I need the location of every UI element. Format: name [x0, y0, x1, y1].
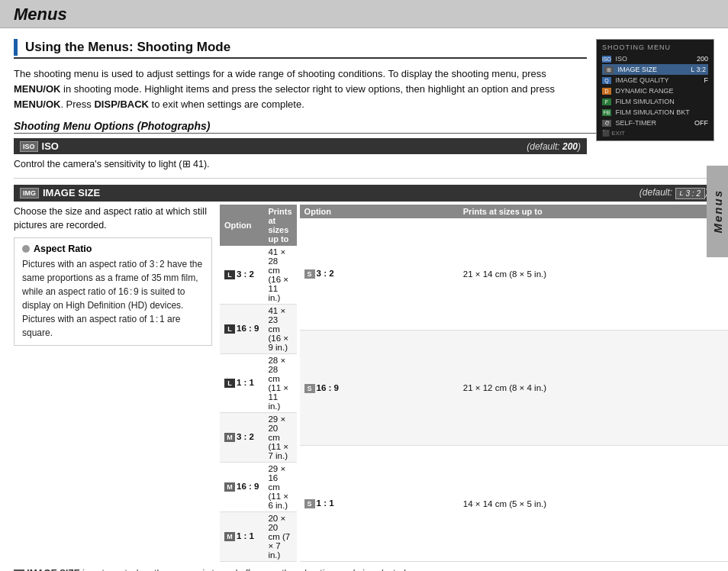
option-cell: M1 : 1 — [220, 511, 263, 561]
imagesize-feature-icon: IMG — [20, 188, 39, 198]
iso-icon: ISO — [602, 56, 611, 63]
dynrange-icon: D — [602, 88, 611, 95]
iso-desc-end: ). — [204, 159, 210, 169]
iso-name: ISO — [42, 140, 59, 152]
table-row: L1 : 1 28 × 28 cm (11 × 11 in.) — [220, 353, 297, 412]
option-icon: S — [304, 269, 315, 279]
disp-back: DISP/BACK — [94, 98, 149, 110]
intro-text-3: . Press — [60, 98, 94, 110]
camera-menu-item-filmsimbkt: FB FILM SIMULATION BKT — [602, 107, 708, 118]
camera-menu-item-dynamicrange: D DYNAMIC RANGE — [602, 85, 708, 96]
imagesize-description: Choose the size and aspect ratio at whic… — [14, 205, 212, 234]
iso-description: Control the camera's sensitivity to ligh… — [14, 157, 714, 172]
imagesize-note-text: is not reset when the camera is turned o… — [82, 568, 408, 571]
section-heading: Using the Menus: Shooting Mode — [14, 39, 587, 59]
option-icon: L — [224, 379, 235, 388]
option-cell: L3 : 2 — [220, 246, 263, 305]
filmsim-icon: F — [602, 98, 611, 105]
iso-page-ref: 41 — [193, 159, 204, 169]
intro-text-4: to exit when settings are complete. — [149, 98, 304, 110]
size-cell: 29 × 20 cm (11 × 7 in.) — [263, 412, 296, 462]
intro-text-2: in shooting mode. Highlight items and pr… — [60, 83, 555, 95]
option-cell: L16 : 9 — [220, 304, 263, 353]
imagesize-default-value: 3 : 2 — [686, 189, 701, 198]
main-content: SHOOTING MENU ISO ISO 200 ⊞ IMAGE SIZE L… — [0, 28, 728, 571]
right-table-header-size: Prints at sizes up to — [459, 205, 728, 218]
size-cell: 21 × 12 cm (8 × 4 in.) — [459, 331, 728, 446]
left-table-header-size: Prints at sizes up to — [263, 205, 296, 246]
top-bar: Menus — [0, 0, 728, 28]
aspect-ratio-box: Aspect Ratio Pictures with an aspect rat… — [14, 237, 212, 346]
option-icon: L — [224, 324, 235, 334]
divider-1 — [14, 178, 714, 179]
table-row: S3 : 2 21 × 14 cm (8 × 5 in.) — [300, 218, 728, 331]
option-icon: M — [224, 482, 235, 492]
option-icon: S — [304, 384, 315, 393]
option-cell: S1 : 1 — [300, 446, 459, 561]
size-cell: 41 × 23 cm (16 × 9 in.) — [263, 304, 296, 353]
option-icon: M — [224, 433, 235, 442]
table-row: M3 : 2 29 × 20 cm (11 × 7 in.) — [220, 412, 297, 462]
camera-menu-item-imagequality: Q IMAGE QUALITY F — [602, 75, 708, 85]
ar-dot — [22, 245, 30, 253]
table-row: M16 : 9 29 × 16 cm (11 × 6 in.) — [220, 462, 297, 511]
imagesize-left: Choose the size and aspect ratio at whic… — [14, 205, 212, 562]
filmsimbkt-icon: FB — [602, 109, 611, 116]
subsection-heading-text: Shooting Menu Options (Photographs) — [14, 120, 210, 132]
imgquality-icon: Q — [602, 77, 611, 84]
option-cell: L1 : 1 — [220, 353, 263, 412]
option-cell: M3 : 2 — [220, 412, 263, 462]
blue-bar — [14, 39, 18, 56]
table-row: M1 : 1 20 × 20 cm (7 × 7 in.) — [220, 511, 297, 561]
iso-default: (default: 200) — [527, 141, 581, 152]
option-icon: M — [224, 532, 235, 541]
imagesize-default: (default: L 3 : 2 ) — [639, 187, 708, 199]
imagesize-tables: Option Prints at sizes up to L3 : 2 41 ×… — [220, 205, 714, 562]
selftimer-icon: ⏱ — [602, 120, 611, 127]
camera-menu-item-imagesize: ⊞ IMAGE SIZE L 3:2 — [602, 64, 708, 75]
sidebar-tab-label: Menus — [711, 189, 724, 234]
option-cell: M16 : 9 — [220, 462, 263, 511]
imagesize-layout: Choose the size and aspect ratio at whic… — [14, 205, 714, 562]
option-icon: L — [224, 270, 235, 279]
size-cell: 28 × 28 cm (11 × 11 in.) — [263, 353, 296, 412]
size-cell: 29 × 16 cm (11 × 6 in.) — [263, 462, 296, 511]
camera-menu-item-iso: ISO ISO 200 — [602, 53, 708, 64]
size-cell: 21 × 14 cm (8 × 5 in.) — [459, 218, 728, 331]
table-row: S16 : 9 21 × 12 cm (8 × 4 in.) — [300, 331, 728, 446]
right-table-header-option: Option — [300, 205, 459, 218]
size-table-right: Option Prints at sizes up to S3 : 2 21 ×… — [300, 205, 728, 562]
ar-title-text: Aspect Ratio — [34, 244, 92, 254]
imagesize-reset-note: ⊞ IMAGE SIZE is not reset when the camer… — [14, 566, 714, 571]
ar-title: Aspect Ratio — [22, 244, 204, 254]
imgsize-icon: ⊞ — [604, 66, 614, 73]
option-cell: S16 : 9 — [300, 331, 459, 446]
menu-ok-2: MENU/OK — [14, 98, 60, 110]
option-icon: S — [304, 499, 315, 508]
imagesize-right: Option Prints at sizes up to L3 : 2 41 ×… — [220, 205, 714, 562]
imagesize-default-label: default: — [643, 187, 672, 198]
iso-desc-text: Control the camera's sensitivity to ligh… — [14, 159, 182, 169]
size-cell: 41 × 28 cm (16 × 11 in.) — [263, 246, 296, 305]
camera-menu-image: SHOOTING MENU ISO ISO 200 ⊞ IMAGE SIZE L… — [596, 39, 714, 141]
imagesize-note-name: IMAGE SIZE — [27, 568, 79, 571]
page-title: Menus — [14, 5, 714, 24]
option-cell: S3 : 2 — [300, 218, 459, 331]
intro-text-1: The shooting menu is used to adjust sett… — [14, 68, 546, 79]
table-row: S1 : 1 14 × 14 cm (5 × 5 in.) — [300, 446, 728, 561]
size-cell: 20 × 20 cm (7 × 7 in.) — [263, 511, 296, 561]
imagesize-feature-bar: IMG IMAGE SIZE (default: L 3 : 2 ) — [14, 185, 714, 202]
iso-default-label: default: — [530, 141, 559, 152]
iso-feature-icon: ISO — [20, 141, 38, 152]
imagesize-name: IMAGE SIZE — [43, 187, 100, 198]
camera-menu-item-selftimer: ⏱ SELF-TIMER OFF — [602, 118, 708, 128]
camera-menu-exit: ⬛ EXIT — [602, 130, 708, 137]
imagesize-feature-name: IMG IMAGE SIZE — [20, 187, 100, 198]
iso-feature-bar: ISO ISO (default: 200) — [14, 138, 587, 154]
table-row: L16 : 9 41 × 23 cm (16 × 9 in.) — [220, 304, 297, 353]
left-table-header-option: Option — [220, 205, 263, 246]
imagesize-default-icon: L — [680, 189, 684, 197]
size-cell: 14 × 14 cm (5 × 5 in.) — [459, 446, 728, 561]
sidebar-tab: Menus — [707, 166, 728, 257]
size-table-left: Option Prints at sizes up to L3 : 2 41 ×… — [220, 205, 297, 562]
